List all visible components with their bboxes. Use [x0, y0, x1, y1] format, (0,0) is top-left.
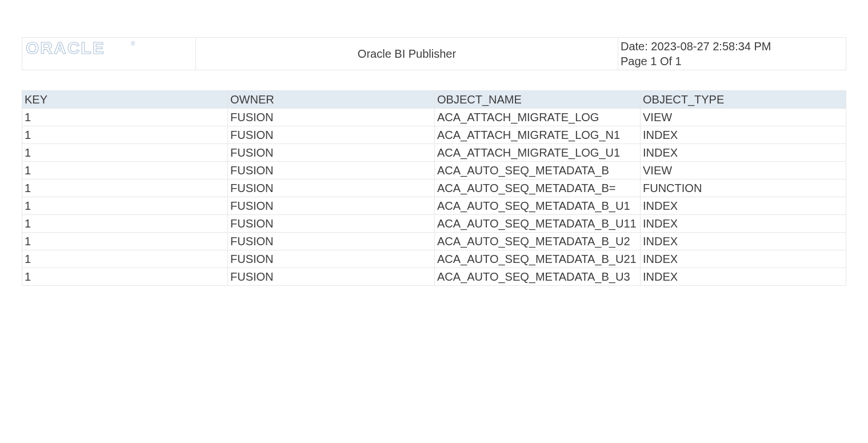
cell-owner: FUSION — [228, 268, 435, 286]
cell-key: 1 — [22, 268, 228, 286]
report-page-number: Page 1 Of 1 — [621, 54, 843, 69]
col-header-owner: OWNER — [228, 91, 435, 109]
cell-owner: FUSION — [228, 109, 435, 126]
table-row: 1FUSIONACA_AUTO_SEQ_METADATA_BVIEW — [22, 162, 846, 179]
cell-object-type: INDEX — [641, 144, 846, 162]
cell-owner: FUSION — [228, 215, 435, 233]
table-row: 1FUSIONACA_ATTACH_MIGRATE_LOGVIEW — [22, 109, 846, 126]
data-table-body: 1FUSIONACA_ATTACH_MIGRATE_LOGVIEW1FUSION… — [22, 109, 846, 286]
cell-object-name: ACA_AUTO_SEQ_METADATA_B_U3 — [435, 268, 641, 286]
cell-object-type: INDEX — [641, 197, 846, 215]
cell-object-name: ACA_AUTO_SEQ_METADATA_B_U1 — [435, 197, 641, 215]
cell-owner: FUSION — [228, 144, 435, 162]
col-header-key: KEY — [22, 91, 228, 109]
cell-object-name: ACA_AUTO_SEQ_METADATA_B= — [435, 179, 641, 197]
cell-object-name: ACA_AUTO_SEQ_METADATA_B_U2 — [435, 233, 641, 250]
registered-mark: ® — [131, 41, 136, 47]
col-header-object-type: OBJECT_TYPE — [641, 91, 846, 109]
logo-cell: ORACLE ® — [22, 38, 196, 70]
table-row: 1FUSIONACA_AUTO_SEQ_METADATA_B_U2INDEX — [22, 233, 846, 250]
cell-key: 1 — [22, 233, 228, 250]
cell-key: 1 — [22, 144, 228, 162]
cell-object-type: FUNCTION — [641, 179, 846, 197]
cell-object-type: VIEW — [641, 162, 846, 179]
cell-object-name: ACA_ATTACH_MIGRATE_LOG — [435, 109, 641, 126]
report-page: ORACLE ® Oracle BI Publisher Date: 2023-… — [0, 0, 868, 309]
cell-object-name: ACA_ATTACH_MIGRATE_LOG_U1 — [435, 144, 641, 162]
cell-object-name: ACA_AUTO_SEQ_METADATA_B_U21 — [435, 250, 641, 268]
cell-owner: FUSION — [228, 179, 435, 197]
report-header: ORACLE ® Oracle BI Publisher Date: 2023-… — [22, 37, 846, 70]
cell-object-name: ACA_AUTO_SEQ_METADATA_B_U11 — [435, 215, 641, 233]
cell-object-name: ACA_AUTO_SEQ_METADATA_B — [435, 162, 641, 179]
cell-key: 1 — [22, 109, 228, 126]
cell-key: 1 — [22, 126, 228, 144]
report-date: Date: 2023-08-27 2:58:34 PM — [621, 39, 843, 54]
cell-key: 1 — [22, 250, 228, 268]
table-row: 1FUSIONACA_AUTO_SEQ_METADATA_B_U1INDEX — [22, 197, 846, 215]
table-row: 1FUSIONACA_AUTO_SEQ_METADATA_B_U21INDEX — [22, 250, 846, 268]
cell-key: 1 — [22, 179, 228, 197]
table-row: 1FUSIONACA_ATTACH_MIGRATE_LOG_N1INDEX — [22, 126, 846, 144]
report-meta-cell: Date: 2023-08-27 2:58:34 PM Page 1 Of 1 — [618, 38, 846, 70]
cell-key: 1 — [22, 197, 228, 215]
cell-owner: FUSION — [228, 126, 435, 144]
cell-object-type: VIEW — [641, 109, 846, 126]
cell-object-type: INDEX — [641, 250, 846, 268]
cell-object-name: ACA_ATTACH_MIGRATE_LOG_N1 — [435, 126, 641, 144]
oracle-logo-text: ORACLE — [26, 40, 105, 57]
cell-owner: FUSION — [228, 197, 435, 215]
cell-key: 1 — [22, 215, 228, 233]
cell-owner: FUSION — [228, 162, 435, 179]
cell-object-type: INDEX — [641, 233, 846, 250]
cell-key: 1 — [22, 162, 228, 179]
table-row: 1FUSIONACA_AUTO_SEQ_METADATA_B=FUNCTION — [22, 179, 846, 197]
report-title: Oracle BI Publisher — [358, 47, 456, 60]
cell-owner: FUSION — [228, 233, 435, 250]
table-row: 1FUSIONACA_ATTACH_MIGRATE_LOG_U1INDEX — [22, 144, 846, 162]
cell-object-type: INDEX — [641, 126, 846, 144]
col-header-object-name: OBJECT_NAME — [435, 91, 641, 109]
cell-owner: FUSION — [228, 250, 435, 268]
table-row: 1FUSIONACA_AUTO_SEQ_METADATA_B_U11INDEX — [22, 215, 846, 233]
cell-object-type: INDEX — [641, 268, 846, 286]
report-title-cell: Oracle BI Publisher — [196, 38, 618, 70]
oracle-logo: ORACLE ® — [26, 40, 140, 61]
data-table: KEY OWNER OBJECT_NAME OBJECT_TYPE 1FUSIO… — [22, 90, 846, 286]
cell-object-type: INDEX — [641, 215, 846, 233]
table-row: 1FUSIONACA_AUTO_SEQ_METADATA_B_U3INDEX — [22, 268, 846, 286]
data-table-head: KEY OWNER OBJECT_NAME OBJECT_TYPE — [22, 91, 846, 109]
